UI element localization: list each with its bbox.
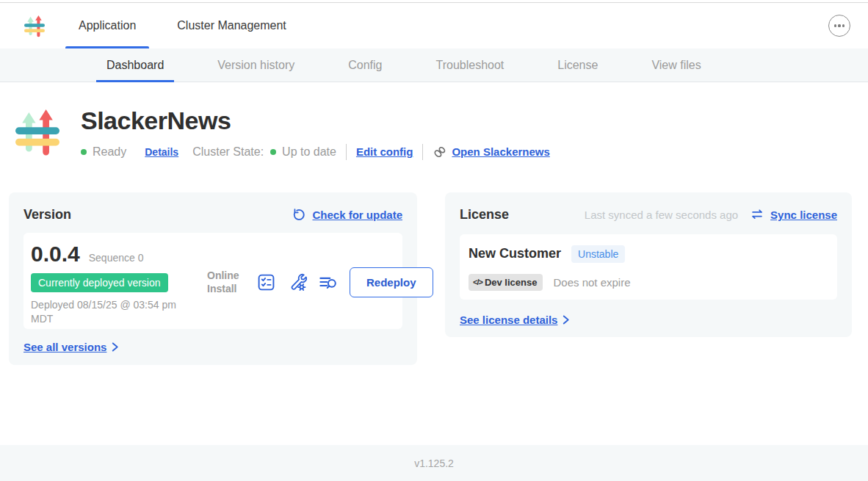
license-type-badge: </> Dev license xyxy=(469,274,543,291)
deployed-timestamp: Deployed 08/15/25 @ 03:54 pm MDT xyxy=(31,298,191,326)
tab-version-history[interactable]: Version history xyxy=(207,48,305,82)
cluster-state-dot xyxy=(270,149,276,155)
see-all-versions-link[interactable]: See all versions xyxy=(23,341,106,353)
tab-config[interactable]: Config xyxy=(338,48,392,82)
active-tab-underline xyxy=(96,80,174,82)
customer-name: New Customer xyxy=(469,246,561,261)
refresh-icon xyxy=(292,207,306,222)
slackernews-logo-large xyxy=(15,108,59,156)
more-menu-button[interactable] xyxy=(828,15,850,37)
ellipsis-icon xyxy=(834,24,836,26)
cluster-state-label: Cluster State: xyxy=(192,145,264,159)
deploy-logs-button[interactable] xyxy=(318,272,339,292)
page-title: SlackerNews xyxy=(81,108,550,134)
top-tab-label: Cluster Management xyxy=(177,19,286,32)
cluster-state-value: Up to date xyxy=(282,145,336,159)
tab-troubleshoot[interactable]: Troubleshoot xyxy=(425,48,514,82)
slackernews-logo-icon xyxy=(24,15,45,37)
code-icon: </> xyxy=(473,278,482,286)
current-version-panel: 0.0.4 Sequence 0 Currently deployed vers… xyxy=(23,233,402,329)
dashboard-cards: Version Check for update 0.0.4 Sequ xyxy=(0,192,868,365)
license-card: License Last synced a few seconds ago Sy… xyxy=(445,192,852,337)
install-type-label: Online Install xyxy=(207,269,245,295)
sync-arrows-icon xyxy=(750,207,764,222)
tab-view-files[interactable]: View files xyxy=(641,48,711,82)
app-status-dot xyxy=(81,149,87,155)
license-expiry-text: Does not expire xyxy=(553,276,630,289)
chevron-right-icon xyxy=(111,341,119,352)
version-card: Version Check for update 0.0.4 Sequ xyxy=(9,192,417,365)
tab-dashboard[interactable]: Dashboard xyxy=(96,48,174,82)
app-status-text: Ready xyxy=(93,145,126,159)
main-content: SlackerNews Ready Details Cluster State:… xyxy=(0,82,868,445)
preflight-checks-button[interactable] xyxy=(256,272,276,292)
redeploy-button[interactable]: Redeploy xyxy=(350,267,433,297)
license-summary-panel: New Customer Unstable </> Dev license Do… xyxy=(460,234,837,300)
top-tab-application[interactable]: Application xyxy=(65,3,149,48)
checklist-icon xyxy=(256,272,276,292)
log-search-icon xyxy=(318,272,339,292)
details-link[interactable]: Details xyxy=(145,146,178,158)
version-number: 0.0.4 xyxy=(31,243,80,265)
tab-license[interactable]: License xyxy=(547,48,608,82)
sequence-label: Sequence 0 xyxy=(89,252,144,264)
see-license-details-link[interactable]: See license details xyxy=(460,314,557,326)
divider xyxy=(346,144,347,160)
link-chain-icon xyxy=(433,145,447,159)
deployed-status-badge: Currently deployed version xyxy=(31,273,168,292)
top-nav-bar: Application Cluster Management xyxy=(0,3,868,48)
sync-license-link[interactable]: Sync license xyxy=(770,209,837,221)
check-for-update-link[interactable]: Check for update xyxy=(312,209,402,221)
app-logo-small-wrap[interactable] xyxy=(24,3,45,48)
wrench-gear-icon xyxy=(287,272,307,292)
edit-config-link[interactable]: Edit config xyxy=(356,145,413,158)
footer-bar: v1.125.2 xyxy=(0,445,868,481)
top-tab-cluster-management[interactable]: Cluster Management xyxy=(164,3,300,48)
open-app-link[interactable]: Open Slackernews xyxy=(452,145,549,158)
top-tab-label: Application xyxy=(79,19,136,32)
app-sub-nav: Dashboard Version history Config Trouble… xyxy=(0,48,868,82)
view-config-button[interactable] xyxy=(287,272,307,292)
channel-badge: Unstable xyxy=(571,245,625,263)
version-card-title: Version xyxy=(23,207,71,223)
divider xyxy=(422,144,423,160)
app-header: SlackerNews Ready Details Cluster State:… xyxy=(0,108,868,160)
chevron-right-icon xyxy=(562,314,570,325)
console-version-label: v1.125.2 xyxy=(414,458,454,469)
license-card-title: License xyxy=(460,207,509,223)
app-status-row: Ready Details Cluster State: Up to date … xyxy=(81,144,550,160)
last-synced-text: Last synced a few seconds ago xyxy=(585,209,738,221)
